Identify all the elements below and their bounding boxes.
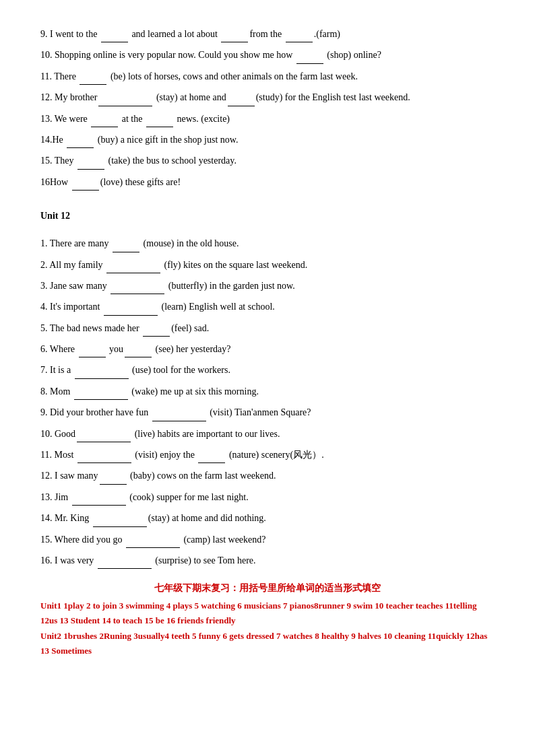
blank-u12-14-1 [93,511,147,526]
question-12: 12. My brother (stay) at home and (study… [40,90,495,106]
question-9: 9. I went to the and learned a lot about… [40,27,495,42]
u12-question-6: 6. Where you (see) her yesterday? [40,342,495,357]
blank-u12-6-1 [79,342,106,357]
blank-u12-15-1 [126,532,180,548]
blank-u12-3-1 [111,279,164,294]
blank-u12-7-1 [75,363,129,378]
answer-unit1: Unit1 1play 2 to join 3 swimming 4 plays… [40,598,495,628]
blank-u12-1-1 [113,236,139,252]
u12-question-12: 12. I saw many (baby) cows on the farm l… [40,469,495,484]
blank-10-1 [296,48,323,63]
u12-question-14: 14. Mr. King (stay) at home and did noth… [40,511,495,526]
main-content: 9. I went to the and learned a lot about… [40,27,495,658]
u12-question-13: 13. Jim (cook) supper for me last night. [40,490,495,506]
u12-question-2: 2. All my family (fly) kites on the squa… [40,258,495,273]
blank-u12-6-2 [125,342,152,357]
blank-u12-5-1 [143,321,170,337]
u12-question-15: 15. Where did you go (camp) last weekend… [40,532,495,548]
u12-question-11: 11. Most (visit) enjoy the (nature) scen… [40,448,495,463]
blank-16-1 [72,175,99,191]
u12-question-3: 3. Jane saw many (butterfly) in the gard… [40,279,495,294]
u12-question-4: 4. It's important (learn) English well a… [40,300,495,315]
blank-u12-11-2 [198,448,225,463]
answer-section: 七年级下期末复习：用括号里所给单词的适当形式填空 Unit1 1play 2 t… [40,582,495,658]
blank-u12-4-1 [104,300,158,315]
blank-12-2 [228,90,255,106]
question-14: 14.He (buy) a nice gift in the shop just… [40,133,495,148]
blank-12-1 [98,90,152,106]
blank-u12-10-1 [77,427,131,442]
u12-question-7: 7. It is a (use) tool for the workers. [40,363,495,378]
blank-u12-9-1 [152,405,206,421]
blank-13-2 [146,112,173,127]
blank-9-1 [101,27,128,42]
question-15: 15. They (take) the bus to school yester… [40,153,495,169]
u12-question-16: 16. I was very (surprise) to see Tom her… [40,553,495,569]
answer-unit2: Unit2 1brushes 2Runing 3usually4 teeth 5… [40,629,495,658]
blank-14-1 [67,133,94,148]
blank-u12-13-1 [72,490,126,506]
question-11: 11. There (be) lots of horses, cows and … [40,69,495,85]
u12-question-8: 8. Mom (wake) me up at six this morning. [40,384,495,400]
blank-9-3 [286,27,313,42]
question-10: 10. Shopping online is very popular now.… [40,48,495,63]
u12-question-9: 9. Did your brother have fun (visit) Tia… [40,405,495,421]
u12-question-5: 5. The bad news made her (feel) sad. [40,321,495,337]
blank-11-1 [80,69,106,85]
u12-question-1: 1. There are many (mouse) in the old hou… [40,236,495,252]
blank-u12-2-1 [106,258,160,273]
blank-u12-11-1 [77,448,131,463]
blank-13-1 [91,112,118,127]
blank-15-1 [77,153,104,169]
unit12-header: Unit 12 [40,211,495,221]
blank-u12-8-1 [74,384,128,400]
question-16: 16How (love) these gifts are! [40,175,495,191]
blank-u12-16-1 [98,553,152,569]
u12-question-10: 10. Good (live) habits are important to … [40,427,495,442]
blank-u12-12-1 [100,469,127,484]
question-13: 13. We were at the news. (excite) [40,112,495,127]
answer-title: 七年级下期末复习：用括号里所给单词的适当形式填空 [40,582,495,594]
blank-9-2 [221,27,248,42]
